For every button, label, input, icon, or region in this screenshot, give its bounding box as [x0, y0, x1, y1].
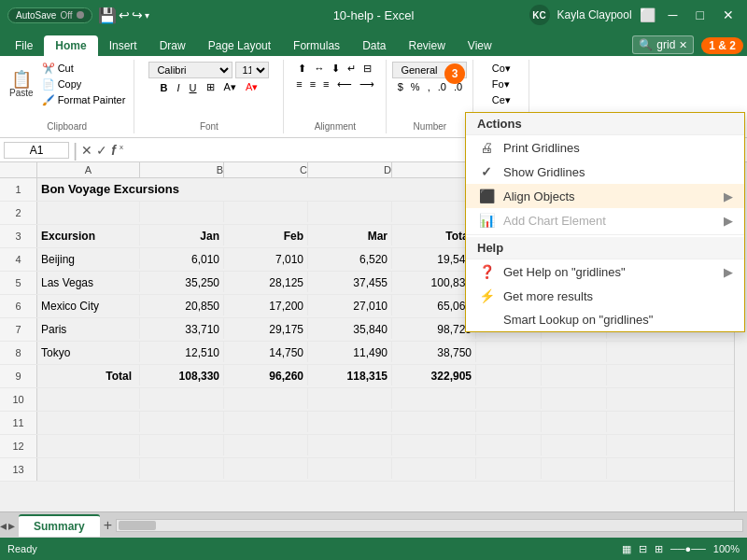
- tab-view[interactable]: View: [457, 35, 503, 56]
- sheet-nav-right[interactable]: ▸: [8, 518, 15, 533]
- border-button[interactable]: ⊞: [204, 80, 218, 94]
- name-box[interactable]: [4, 142, 69, 159]
- cell-b9[interactable]: 108,330: [140, 365, 224, 385]
- minimize-button[interactable]: ─: [663, 6, 684, 24]
- cell-b3[interactable]: Jan: [140, 225, 224, 245]
- cell-c8[interactable]: 14,750: [224, 342, 308, 362]
- cell-e3[interactable]: Total: [392, 225, 476, 245]
- show-gridlines-item[interactable]: ✓ Show Gridlines: [466, 160, 744, 184]
- view-layout-icon[interactable]: ⊟: [639, 543, 647, 555]
- undo-icon[interactable]: ↩: [119, 7, 130, 22]
- add-sheet-button[interactable]: +: [104, 517, 112, 534]
- close-search-icon[interactable]: ✕: [679, 39, 687, 51]
- wrap-text-button[interactable]: ↵: [345, 62, 359, 76]
- cell-a9[interactable]: Total: [37, 365, 140, 385]
- cell-b4[interactable]: 6,010: [140, 248, 224, 269]
- bold-button[interactable]: B: [158, 81, 171, 94]
- cell-b7[interactable]: 33,710: [140, 318, 224, 339]
- redo-icon[interactable]: ↪: [132, 7, 143, 22]
- save-icon[interactable]: 💾: [98, 7, 117, 24]
- cell-c2[interactable]: [224, 202, 308, 222]
- cell-a7[interactable]: Paris: [37, 318, 140, 339]
- copy-button[interactable]: 📄 Copy: [39, 77, 129, 91]
- tab-page-layout[interactable]: Page Layout: [197, 35, 282, 56]
- cell-e9[interactable]: 322,905: [392, 365, 476, 385]
- format-table-button[interactable]: Fo▾: [489, 77, 514, 91]
- fill-color-button[interactable]: A▾: [221, 80, 239, 94]
- cell-f9[interactable]: [476, 365, 542, 385]
- view-normal-icon[interactable]: ▦: [622, 543, 631, 555]
- smart-lookup-item[interactable]: Smart Lookup on "gridlines": [466, 308, 744, 331]
- confirm-formula-icon[interactable]: ✓: [96, 143, 107, 158]
- cell-c7[interactable]: 29,175: [224, 318, 308, 339]
- print-gridlines-item[interactable]: 🖨 Print Gridlines: [466, 135, 744, 160]
- merge-button[interactable]: ⊟: [360, 62, 374, 76]
- font-family-select[interactable]: Calibri: [148, 62, 233, 78]
- cell-c3[interactable]: Feb: [224, 225, 308, 245]
- sheet-nav-left[interactable]: ◂: [0, 518, 7, 533]
- cell-c9[interactable]: 96,260: [224, 365, 308, 385]
- tab-insert[interactable]: Insert: [98, 35, 148, 56]
- cell-g8[interactable]: [542, 342, 607, 362]
- cell-a8[interactable]: Tokyo: [37, 342, 140, 362]
- cell-e5[interactable]: 100,830: [392, 272, 476, 292]
- align-left-button[interactable]: ≡: [293, 77, 304, 91]
- tab-review[interactable]: Review: [397, 35, 456, 56]
- underline-button[interactable]: U: [187, 81, 200, 94]
- paste-button[interactable]: 📋 Paste: [6, 69, 37, 100]
- cell-e4[interactable]: 19,540: [392, 248, 476, 269]
- cell-c6[interactable]: 17,200: [224, 295, 308, 315]
- comma-button[interactable]: ,: [425, 80, 433, 93]
- cell-a1[interactable]: Bon Voyage Excursions: [37, 178, 467, 199]
- cell-a3[interactable]: Excursion: [37, 225, 140, 245]
- cell-a4[interactable]: Beijing: [37, 248, 140, 269]
- cell-e6[interactable]: 65,060: [392, 295, 476, 315]
- cell-d4[interactable]: 6,520: [308, 248, 392, 269]
- currency-button[interactable]: $: [395, 80, 406, 93]
- align-bottom-button[interactable]: ⬇: [329, 62, 343, 76]
- cell-styles-button[interactable]: Ce▾: [489, 93, 514, 107]
- cell-d9[interactable]: 118,315: [308, 365, 392, 385]
- sheet-tab-summary[interactable]: Summary: [19, 514, 100, 537]
- cell-d2[interactable]: [308, 202, 392, 222]
- cell-f8[interactable]: [476, 342, 542, 362]
- cut-button[interactable]: ✂️ Cut: [39, 62, 129, 76]
- cell-d6[interactable]: 27,010: [308, 295, 392, 315]
- conditional-format-button[interactable]: Co▾: [489, 62, 514, 76]
- cell-e7[interactable]: 98,725: [392, 318, 476, 339]
- more-results-item[interactable]: ⚡ Get more results: [466, 284, 744, 308]
- cell-b5[interactable]: 35,250: [140, 272, 224, 292]
- sheet-nav[interactable]: ◂ ▸: [0, 518, 15, 533]
- cell-e8[interactable]: 38,750: [392, 342, 476, 362]
- tab-file[interactable]: File: [4, 35, 44, 56]
- col-header-a[interactable]: A: [37, 162, 140, 177]
- cell-b6[interactable]: 20,850: [140, 295, 224, 315]
- col-header-b[interactable]: B: [140, 162, 224, 177]
- cell-g9[interactable]: [542, 365, 607, 385]
- indent-less-button[interactable]: ⟵: [334, 77, 355, 91]
- cell-c4[interactable]: 7,010: [224, 248, 308, 269]
- cell-e2[interactable]: [392, 202, 476, 222]
- horizontal-scrollbar[interactable]: [116, 519, 743, 532]
- cell-a2[interactable]: [37, 202, 140, 222]
- cell-a6[interactable]: Mexico City: [37, 295, 140, 315]
- font-color-button[interactable]: A▾: [243, 80, 261, 94]
- cell-a5[interactable]: Las Vegas: [37, 272, 140, 292]
- align-objects-item[interactable]: ⬛ Align Objects ▶: [466, 184, 744, 208]
- undo-dropdown-icon[interactable]: ▾: [145, 10, 149, 21]
- align-top-button[interactable]: ⬆: [295, 62, 309, 76]
- tab-formulas[interactable]: Formulas: [282, 35, 351, 56]
- insert-function-icon[interactable]: f: [111, 143, 116, 158]
- align-center-button[interactable]: ≡: [307, 77, 318, 91]
- tab-home[interactable]: Home: [44, 35, 97, 56]
- restore-button[interactable]: □: [691, 6, 710, 24]
- cell-b2[interactable]: [140, 202, 224, 222]
- cell-b8[interactable]: 12,510: [140, 342, 224, 362]
- align-right-button[interactable]: ≡: [320, 77, 331, 91]
- view-pagebreak-icon[interactable]: ⊞: [655, 543, 663, 555]
- tab-draw[interactable]: Draw: [148, 35, 197, 56]
- font-size-select[interactable]: 11: [235, 62, 269, 78]
- col-header-d[interactable]: D: [308, 162, 392, 177]
- search-box[interactable]: 🔍 grid ✕: [632, 35, 694, 54]
- zoom-slider[interactable]: ──●──: [670, 543, 706, 554]
